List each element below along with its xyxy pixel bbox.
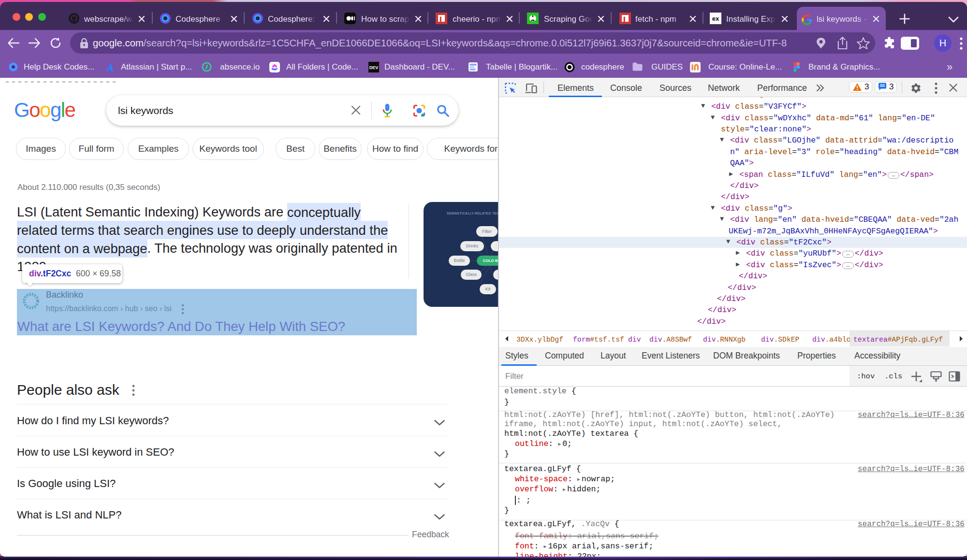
svg-text:DEV: DEV	[369, 65, 379, 70]
svg-text:ex: ex	[712, 15, 719, 22]
